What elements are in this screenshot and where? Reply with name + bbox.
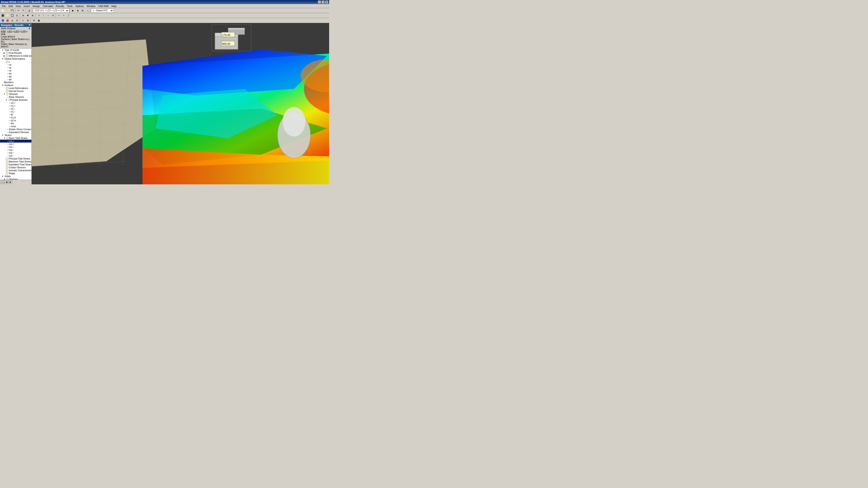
tree-item[interactable]: 📋 Maximum Total Strains: [0, 160, 31, 163]
tree-item[interactable]: ○ uz: [0, 69, 31, 72]
tree-item[interactable]: ○ εxx,−: [0, 145, 31, 149]
tree-item[interactable]: ○ Equivalent Stresses: [0, 131, 31, 134]
tree-item[interactable]: ▼📋 Basic Total Strains: [0, 137, 31, 140]
tb-btn6[interactable]: ■: [75, 8, 80, 13]
load-case-combo[interactable]: CO2 LC1 + LC2 + LC3 + LC4: [33, 8, 69, 13]
menu-item-cad-bim[interactable]: CAD-BIM: [97, 4, 110, 8]
tree-item[interactable]: 📋 Shape: [0, 172, 31, 175]
close-btn[interactable]: ✕: [325, 0, 328, 4]
menu-item-file[interactable]: File: [0, 4, 7, 8]
snap-btn1[interactable]: ⊕: [21, 13, 25, 18]
tree-item[interactable]: ○ φx: [0, 72, 31, 75]
res-btn2[interactable]: ⊞: [26, 18, 30, 23]
select-btn[interactable]: ⊹: [57, 13, 61, 18]
tb-btn5[interactable]: ▶: [71, 8, 75, 13]
redo-btn[interactable]: ↷: [21, 8, 25, 13]
tree-item[interactable]: ○ εyy,−: [0, 149, 31, 151]
view-btn4[interactable]: ⊡: [15, 13, 19, 18]
nav-arrow-icon[interactable]: ▼: [28, 27, 31, 30]
maximize-btn[interactable]: □: [321, 0, 324, 4]
tree-item[interactable]: ▶📋 Differences to initial state: [0, 55, 31, 57]
disp-btn3[interactable]: ◎: [10, 18, 14, 23]
misc-btn1[interactable]: ⚙: [32, 18, 36, 23]
undo-btn[interactable]: ↶: [16, 8, 21, 13]
tree-item[interactable]: ▼Global Deformations: [0, 57, 31, 60]
view-btn1[interactable]: ⬛: [0, 13, 5, 18]
tool-btn2[interactable]: ↕: [41, 13, 46, 18]
menu-item-window[interactable]: Window: [85, 4, 97, 8]
tree-item[interactable]: ○ εyy,−: [0, 154, 31, 157]
tree-item[interactable]: ▼Type of results: [0, 48, 31, 52]
tree-item[interactable]: ○ Elastic Stress Components: [0, 128, 31, 131]
tree-item[interactable]: 📋 Equivalent Total Strains: [0, 163, 31, 166]
tree-item[interactable]: 📋 u: [0, 60, 31, 63]
res-btn1[interactable]: ≡: [21, 18, 25, 23]
tree-item[interactable]: ○ εxx,+: [0, 140, 31, 142]
tree-item[interactable]: ▼Solids: [0, 175, 31, 178]
disp-btn1[interactable]: 🔵: [0, 18, 5, 23]
tree-item[interactable]: ○ uy: [0, 66, 31, 69]
tree-item[interactable]: ○ εxy,−: [0, 151, 31, 154]
menu-item-view[interactable]: View: [14, 4, 22, 8]
tree-item[interactable]: ○ φz: [0, 78, 31, 81]
misc-btn2[interactable]: ▦: [36, 18, 41, 23]
tree-item[interactable]: ○ ux: [0, 63, 31, 66]
print-btn[interactable]: 🖨: [27, 8, 31, 13]
tree-item[interactable]: 📋 Internal Forces: [0, 90, 31, 93]
nav-home-btn[interactable]: 🏠: [0, 180, 4, 184]
tree-item[interactable]: 📋 Isotropic Characteristics: [0, 169, 31, 172]
tree-item[interactable]: ○ σ1,+: [0, 104, 31, 107]
menu-item-options[interactable]: Options: [74, 4, 85, 8]
tree-item[interactable]: ▼Surfaces: [0, 84, 31, 87]
tree-item[interactable]: 📋 Principal Total Strains: [0, 157, 31, 160]
menu-item-edit[interactable]: Edit: [7, 4, 14, 8]
disp-btn4[interactable]: ⊡: [15, 18, 19, 23]
tree-item[interactable]: Members: [0, 81, 31, 84]
tree-item[interactable]: ▼Strains: [0, 134, 31, 137]
snap-btn2[interactable]: ✚: [26, 13, 30, 18]
menu-item-insert[interactable]: Insert: [22, 4, 31, 8]
tree-item[interactable]: ○ φy: [0, 75, 31, 78]
tree-item[interactable]: ○ σ1,−: [0, 110, 31, 113]
tree-item[interactable]: ▼○ Principal Stresses: [0, 98, 31, 101]
save-btn[interactable]: 💾: [10, 8, 14, 13]
line-btn[interactable]: ╱: [66, 13, 71, 18]
disp-btn2[interactable]: 🔴: [5, 18, 10, 23]
menu-item-results[interactable]: Results: [55, 4, 66, 8]
viewport[interactable]: XYZ X Y Z 175.00 800.00: [32, 23, 329, 184]
tree-item[interactable]: ○ σ2,−: [0, 107, 31, 110]
tree-item[interactable]: ▼📋 Stresses: [0, 93, 31, 96]
tree-item[interactable]: ▶📋 Final Results: [0, 52, 31, 55]
tree-item[interactable]: ○ Basic Stresses: [0, 96, 31, 98]
tree-item[interactable]: ○ τmax: [0, 125, 31, 128]
menu-item-assign[interactable]: Assign: [31, 4, 41, 8]
tree-item[interactable]: ▼📋 Stresses: [0, 178, 31, 180]
tool-btn4[interactable]: ↺: [51, 13, 55, 18]
tree-item[interactable]: 📋 Contact Stresses: [0, 166, 31, 169]
nav-back-btn[interactable]: ◀: [4, 180, 8, 184]
open-btn[interactable]: 📂: [5, 8, 10, 13]
nav-fwd-btn[interactable]: ▶: [8, 180, 12, 184]
view-btn2[interactable]: ⬜: [5, 13, 10, 18]
tool-btn3[interactable]: ↔: [46, 13, 51, 18]
tree-item[interactable]: ○ εyy,+: [0, 142, 31, 145]
new-btn[interactable]: 📄: [0, 8, 5, 13]
tb-btn8[interactable]: 🔍: [85, 8, 90, 13]
node-btn[interactable]: •: [61, 13, 66, 18]
menu-item-help[interactable]: Help: [110, 4, 118, 8]
tree-item[interactable]: ○ σ2,+: [0, 101, 31, 104]
minimize-btn[interactable]: ─: [318, 0, 321, 4]
tree-item[interactable]: ○ θc: [0, 113, 31, 116]
tree-item[interactable]: ○ θm: [0, 122, 31, 125]
menu-item-tools[interactable]: Tools: [65, 4, 74, 8]
snap-btn3[interactable]: ⊗: [30, 13, 35, 18]
nav-close-icon[interactable]: ✕: [29, 24, 31, 26]
tool-btn1[interactable]: ↗: [36, 13, 41, 18]
tree-item[interactable]: ○ σ2,m: [0, 119, 31, 122]
tree-item[interactable]: 📋 Local Deformations: [0, 87, 31, 90]
view-btn3[interactable]: 🔲: [10, 13, 14, 18]
tb-btn7[interactable]: ⊞: [80, 8, 85, 13]
menu-item-calculate[interactable]: Calculate: [41, 4, 55, 8]
tree-item[interactable]: ○ σ1,m: [0, 116, 31, 119]
view-combo[interactable]: 1 - Global XYZ: [91, 8, 114, 13]
